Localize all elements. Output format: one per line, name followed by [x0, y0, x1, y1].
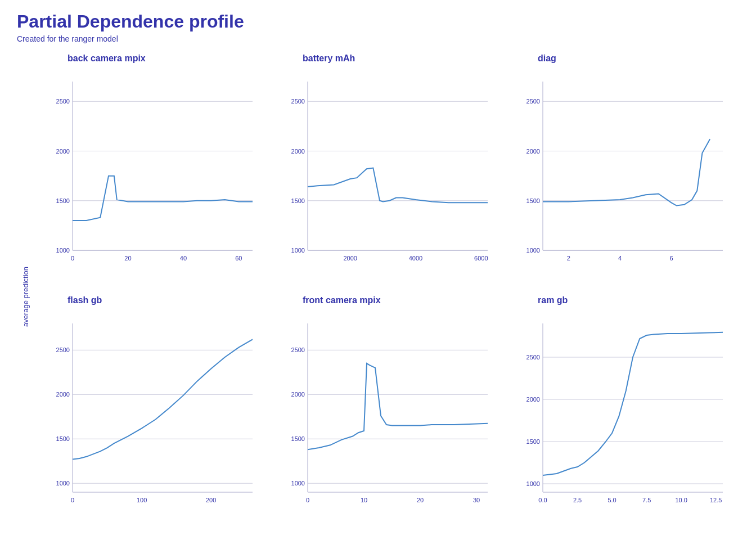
- chart-line-ram-gb: [543, 332, 723, 475]
- chart-label-front-camera-mpix: front camera mpix: [269, 291, 504, 307]
- svg-text:1500: 1500: [526, 438, 540, 445]
- chart-label-flash-gb: flash gb: [34, 291, 269, 307]
- svg-text:7.5: 7.5: [642, 497, 651, 503]
- svg-text:1500: 1500: [291, 197, 305, 204]
- chart-line-battery-mah: [308, 168, 488, 203]
- svg-text:1000: 1000: [526, 480, 540, 487]
- chart-cell-diag: diag1000150020002500246: [504, 49, 739, 291]
- svg-text:20: 20: [417, 497, 424, 503]
- svg-text:2500: 2500: [56, 346, 70, 353]
- svg-text:4: 4: [618, 255, 622, 262]
- svg-text:1000: 1000: [526, 247, 540, 254]
- svg-text:2000: 2000: [56, 391, 70, 398]
- svg-text:2500: 2500: [291, 98, 305, 105]
- svg-text:10: 10: [361, 497, 367, 503]
- svg-text:40: 40: [180, 255, 187, 262]
- svg-text:60: 60: [235, 255, 242, 262]
- chart-label-back-camera-mpix: back camera mpix: [34, 49, 269, 65]
- svg-text:6000: 6000: [474, 255, 488, 262]
- svg-text:1500: 1500: [291, 435, 305, 442]
- svg-text:0.0: 0.0: [538, 497, 547, 503]
- svg-text:2.5: 2.5: [573, 497, 582, 503]
- svg-text:2000: 2000: [526, 396, 540, 403]
- svg-text:1000: 1000: [56, 247, 70, 254]
- svg-text:5.0: 5.0: [608, 497, 616, 503]
- chart-label-ram-gb: ram gb: [504, 291, 739, 307]
- svg-text:2000: 2000: [291, 148, 305, 155]
- subtitle: Created for the ranger model: [17, 34, 739, 43]
- y-axis-label: average prediction: [21, 267, 30, 327]
- svg-text:2000: 2000: [56, 148, 70, 155]
- svg-text:6: 6: [670, 255, 673, 262]
- chart-label-diag: diag: [504, 49, 739, 65]
- svg-text:2500: 2500: [291, 346, 305, 353]
- chart-svg-flash-gb: 10001500200025000100200: [34, 307, 269, 520]
- svg-text:1000: 1000: [56, 480, 70, 487]
- chart-cell-ram-gb: ram gb10001500200025000.02.55.07.510.012…: [504, 291, 739, 533]
- chart-line-front-camera-mpix: [308, 363, 488, 449]
- chart-line-diag: [543, 139, 710, 205]
- chart-svg-front-camera-mpix: 10001500200025000102030: [269, 307, 504, 520]
- chart-cell-back-camera-mpix: back camera mpix10001500200025000204060: [34, 49, 269, 291]
- chart-cell-battery-mah: battery mAh1000150020002500200040006000: [269, 49, 504, 291]
- svg-text:2: 2: [567, 255, 570, 262]
- svg-text:0: 0: [306, 497, 309, 503]
- svg-text:20: 20: [124, 255, 131, 262]
- svg-text:100: 100: [137, 497, 147, 503]
- svg-text:2500: 2500: [526, 354, 540, 361]
- svg-text:1500: 1500: [56, 435, 70, 442]
- chart-svg-battery-mah: 1000150020002500200040006000: [269, 65, 504, 278]
- svg-text:2000: 2000: [526, 148, 540, 155]
- main-container: Partial Dependence profile Created for t…: [0, 0, 756, 540]
- svg-text:1500: 1500: [526, 197, 540, 204]
- svg-text:0: 0: [71, 497, 74, 503]
- svg-text:1000: 1000: [291, 247, 305, 254]
- svg-text:2000: 2000: [343, 255, 357, 262]
- svg-text:200: 200: [206, 497, 216, 503]
- chart-line-back-camera-mpix: [73, 176, 253, 220]
- svg-text:1000: 1000: [291, 480, 305, 487]
- svg-text:0: 0: [71, 255, 74, 262]
- svg-text:2500: 2500: [56, 98, 70, 105]
- chart-label-battery-mah: battery mAh: [269, 49, 504, 65]
- chart-cell-flash-gb: flash gb10001500200025000100200: [34, 291, 269, 533]
- chart-svg-ram-gb: 10001500200025000.02.55.07.510.012.5: [504, 307, 739, 520]
- chart-svg-back-camera-mpix: 10001500200025000204060: [34, 65, 269, 278]
- svg-text:1500: 1500: [56, 197, 70, 204]
- svg-text:2500: 2500: [526, 98, 540, 105]
- svg-text:10.0: 10.0: [675, 497, 687, 503]
- svg-text:30: 30: [473, 497, 480, 503]
- svg-text:4000: 4000: [409, 255, 422, 262]
- chart-line-flash-gb: [73, 339, 253, 459]
- svg-text:2000: 2000: [291, 391, 305, 398]
- chart-cell-front-camera-mpix: front camera mpix10001500200025000102030: [269, 291, 504, 533]
- page-title: Partial Dependence profile: [17, 11, 739, 32]
- svg-text:12.5: 12.5: [710, 497, 722, 503]
- chart-svg-diag: 1000150020002500246: [504, 65, 739, 278]
